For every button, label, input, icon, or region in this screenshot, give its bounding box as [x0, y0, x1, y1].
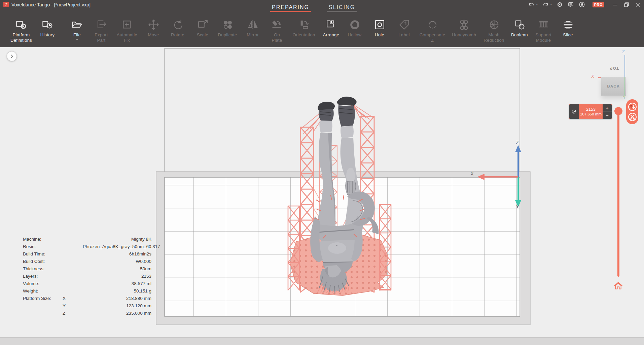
gizmo-y-label: Y	[516, 203, 519, 209]
platform-definitions-icon	[15, 19, 28, 32]
bottom-bar	[0, 337, 644, 345]
compensate-z-icon	[426, 19, 439, 32]
build-stats-panel: Machine:Mighty 8K Resin:Phrozen_Aqua8K_g…	[23, 235, 151, 317]
main-toolbar: PlatformDefinitions History File ExportP…	[0, 9, 644, 47]
tab-slicing[interactable]: SLICING	[326, 0, 358, 12]
viewcube-z-axis	[624, 55, 625, 77]
stat-row: Volume:38.577 ml	[23, 280, 151, 287]
automatic-fix-icon	[121, 19, 133, 32]
on-plate-icon	[271, 19, 283, 32]
feedback-button[interactable]	[568, 1, 574, 8]
undo-dropdown-icon[interactable]: ▾	[536, 3, 538, 6]
move-icon	[147, 19, 160, 32]
close-button[interactable]	[635, 1, 641, 8]
layer-settings-button[interactable]	[569, 104, 579, 119]
layer-nav-box: 2153 107.650 mm + −	[569, 104, 612, 119]
layer-plus-button[interactable]: +	[603, 104, 612, 112]
duplicate-icon	[221, 19, 234, 32]
toolbar-button-slice[interactable]: Slice	[552, 19, 583, 46]
scale-icon	[196, 19, 209, 32]
undo-button[interactable]	[528, 1, 535, 8]
stat-row: Y123.120 mm	[23, 302, 151, 309]
toolbar-button-honeycomb[interactable]: Honeycomb	[449, 19, 479, 46]
toolbar-button-orientation[interactable]: Orientation	[288, 19, 319, 46]
hole-icon	[373, 19, 386, 32]
export-part-icon	[95, 19, 108, 32]
layer-minus-button[interactable]: −	[603, 112, 612, 119]
app-logo-icon: T	[3, 2, 9, 7]
settings-button[interactable]	[557, 1, 563, 8]
stat-row: Weight:50.151 g	[23, 287, 151, 295]
viewcube-back-face[interactable]: BACK	[601, 77, 626, 96]
label-icon	[398, 19, 410, 32]
stat-row: Thickness:50um	[23, 265, 151, 272]
restore-button[interactable]	[623, 1, 630, 8]
layer-slider-handle[interactable]	[614, 107, 622, 115]
home-button[interactable]	[613, 281, 623, 291]
viewcube-y-label: Y	[623, 95, 626, 100]
layer-height: 107.650 mm	[580, 112, 602, 116]
redo-dropdown-icon[interactable]: ▾	[550, 3, 552, 6]
stat-row: Layers:2153	[23, 272, 151, 280]
layer-slider-track[interactable]	[617, 111, 619, 277]
toolbar-button-label[interactable]: Label	[389, 19, 420, 46]
viewcube-x-label: X	[591, 74, 594, 79]
rotate-icon	[172, 19, 184, 32]
viewcube-z-label: Z	[622, 49, 625, 54]
file-icon	[71, 19, 83, 32]
expand-panel-button[interactable]	[7, 51, 17, 61]
stat-row: Z235.000 mm	[23, 309, 151, 317]
layer-number: 2153	[586, 107, 596, 112]
tab-preparing[interactable]: PREPARING	[269, 0, 312, 12]
minimize-button[interactable]	[612, 1, 618, 8]
redo-button[interactable]	[542, 1, 549, 8]
mirror-icon	[247, 19, 259, 32]
pro-badge: PRO	[593, 2, 604, 7]
hollow-icon	[349, 19, 361, 32]
boolean-icon	[513, 19, 526, 32]
toolbar-button-compensate-z[interactable]: CompensateZ	[417, 19, 448, 46]
slice-icon	[562, 19, 574, 32]
file-dropdown-icon	[76, 39, 78, 40]
support-module-icon	[537, 19, 550, 32]
mode-tabs: PREPARING SLICING	[269, 0, 358, 12]
gizmo-z-label: Z	[516, 139, 519, 145]
clip-scissors-button[interactable]	[628, 112, 637, 122]
gizmo-x-label: X	[470, 171, 474, 176]
viewcube-top-label[interactable]: TOP	[604, 66, 624, 70]
tab-underline	[270, 11, 311, 12]
history-icon	[41, 19, 54, 32]
account-button[interactable]	[579, 1, 585, 8]
stat-row: Build Cost:₩0.000	[23, 257, 151, 265]
stat-row: Machine:Mighty 8K	[23, 235, 151, 243]
layer-updown-button[interactable]	[628, 102, 637, 111]
arrange-icon	[325, 19, 337, 32]
stat-row: Resin:Phrozen_Aqua8K_gray_50um_60.317	[23, 243, 151, 250]
toolbar-button-on-plate[interactable]: OnPlate	[261, 19, 292, 46]
layer-readout: 2153 107.650 mm	[579, 104, 603, 119]
stat-row: Build Time:6h16min2s	[23, 250, 151, 257]
toolbar-button-history[interactable]: History	[32, 19, 63, 46]
slider-tools-pill	[626, 99, 638, 124]
viewcube-y-axis	[624, 77, 625, 96]
tab-underline	[327, 11, 357, 12]
honeycomb-icon	[458, 19, 470, 32]
mesh-reduction-icon	[488, 19, 500, 32]
orientation-icon	[298, 19, 310, 32]
window-title: Voxeldance Tango - [*newProject.vxp]	[11, 2, 91, 7]
stat-row: Platform Size:X218.880 mm	[23, 295, 151, 302]
